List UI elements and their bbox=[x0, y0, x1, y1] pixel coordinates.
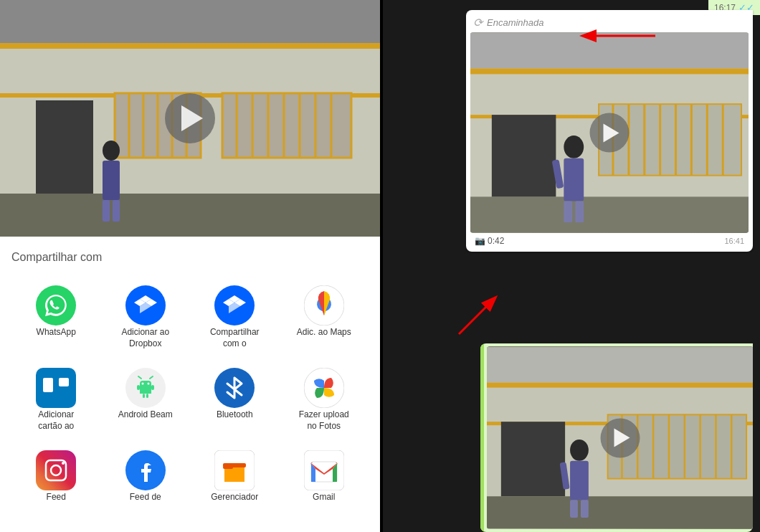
svg-rect-44 bbox=[146, 394, 148, 398]
gmail-icon bbox=[303, 449, 346, 492]
svg-rect-22 bbox=[103, 200, 110, 222]
files-icon bbox=[213, 449, 256, 492]
svg-rect-19 bbox=[0, 194, 380, 237]
app-gmail[interactable]: Gmail bbox=[280, 442, 369, 510]
app-facebook[interactable]: Feed de bbox=[101, 442, 191, 510]
play-button[interactable] bbox=[165, 93, 215, 143]
svg-rect-79 bbox=[564, 158, 584, 201]
instagram-icon bbox=[34, 449, 77, 492]
svg-rect-76 bbox=[492, 115, 556, 196]
app-files-label: Gerenciador bbox=[211, 492, 258, 503]
video-thumbnail-top[interactable] bbox=[470, 32, 749, 233]
svg-rect-23 bbox=[113, 200, 120, 222]
share-title: Compartilhar com bbox=[11, 251, 369, 264]
svg-rect-77 bbox=[470, 197, 749, 233]
app-bluetooth-label: Bluetooth bbox=[217, 409, 253, 421]
svg-line-105 bbox=[459, 298, 495, 334]
svg-rect-99 bbox=[487, 496, 753, 528]
play-triangle-top-icon bbox=[603, 123, 619, 142]
message-time-value: 16:41 bbox=[724, 237, 744, 245]
camera-icon: 📷 bbox=[475, 236, 485, 246]
photos-icon bbox=[303, 366, 346, 409]
app-trello-label: Adicionarcartão ao bbox=[38, 409, 74, 432]
video-duration: 📷 0:42 bbox=[475, 236, 504, 246]
svg-point-54 bbox=[62, 462, 65, 465]
app-instagram[interactable]: Feed bbox=[11, 442, 101, 510]
app-photos-label: Fazer uploadno Fotos bbox=[299, 409, 349, 432]
app-dropbox-add[interactable]: Adicionar aoDropbox bbox=[101, 277, 191, 356]
svg-rect-51 bbox=[36, 450, 76, 490]
svg-point-100 bbox=[570, 440, 589, 461]
video-thumbnail-bottom[interactable] bbox=[487, 346, 753, 529]
svg-rect-4 bbox=[36, 100, 93, 201]
app-trello[interactable]: Adicionarcartão ao bbox=[11, 359, 101, 439]
app-maps[interactable]: Adic. ao Maps bbox=[280, 277, 369, 356]
app-dropbox-add-label: Adicionar aoDropbox bbox=[121, 327, 169, 349]
svg-rect-98 bbox=[501, 422, 565, 496]
play-button-bottom[interactable] bbox=[601, 418, 640, 457]
svg-rect-41 bbox=[59, 378, 69, 386]
play-triangle-bottom-icon bbox=[614, 429, 630, 447]
share-section: Compartilhar com WhatsApp bbox=[0, 237, 380, 532]
dropbox-share-icon bbox=[213, 284, 256, 327]
play-button-top[interactable] bbox=[590, 113, 630, 153]
app-android-beam[interactable]: Android Beam bbox=[101, 359, 191, 439]
app-whatsapp-label: WhatsApp bbox=[37, 327, 76, 338]
svg-rect-2 bbox=[0, 43, 380, 49]
svg-rect-102 bbox=[570, 500, 578, 518]
svg-point-78 bbox=[564, 136, 584, 158]
red-arrow-1 bbox=[576, 25, 662, 49]
bluetooth-icon bbox=[213, 366, 256, 409]
second-message-bubble bbox=[480, 343, 753, 532]
video-preview[interactable] bbox=[0, 0, 380, 237]
trello-icon bbox=[34, 366, 77, 409]
svg-point-48 bbox=[147, 383, 149, 385]
app-whatsapp[interactable]: WhatsApp bbox=[11, 277, 101, 356]
whatsapp-icon bbox=[34, 284, 77, 327]
app-bluetooth[interactable]: Bluetooth bbox=[190, 359, 280, 439]
app-instagram-label: Feed bbox=[47, 492, 66, 503]
svg-rect-43 bbox=[143, 394, 145, 398]
maps-icon bbox=[303, 284, 346, 327]
svg-rect-21 bbox=[103, 161, 120, 200]
app-facebook-label: Feed de bbox=[130, 492, 161, 503]
svg-rect-45 bbox=[137, 385, 140, 390]
svg-rect-40 bbox=[43, 378, 53, 392]
app-gmail-label: Gmail bbox=[313, 492, 335, 503]
svg-rect-39 bbox=[36, 368, 76, 408]
svg-point-47 bbox=[141, 383, 143, 385]
svg-rect-65 bbox=[470, 68, 749, 74]
app-files[interactable]: Gerenciador bbox=[190, 442, 280, 510]
forwarded-text: Encaminhada bbox=[487, 17, 544, 28]
svg-rect-81 bbox=[575, 201, 584, 223]
message-footer-top: 📷 0:42 16:41 bbox=[470, 233, 749, 247]
dropbox-add-icon bbox=[124, 284, 167, 327]
android-beam-icon bbox=[124, 366, 167, 409]
green-border-accent bbox=[480, 343, 484, 532]
app-dropbox-share-label: Compartilharcom o bbox=[210, 327, 260, 349]
svg-rect-103 bbox=[581, 500, 589, 518]
svg-rect-101 bbox=[570, 461, 589, 500]
app-maps-label: Adic. ao Maps bbox=[297, 327, 351, 338]
svg-rect-80 bbox=[564, 201, 572, 223]
right-panel: 16:17 ✓✓ ⟳ Encaminhada bbox=[383, 0, 760, 532]
svg-point-20 bbox=[103, 141, 120, 161]
svg-rect-58 bbox=[223, 466, 233, 469]
play-triangle-icon bbox=[181, 105, 203, 131]
chat-background: 16:17 ✓✓ ⟳ Encaminhada bbox=[383, 0, 760, 532]
app-dropbox-share[interactable]: Compartilharcom o bbox=[190, 277, 280, 356]
apps-grid: WhatsApp Adicionar aoDropbox bbox=[11, 277, 369, 510]
forward-icon: ⟳ bbox=[473, 16, 483, 29]
red-arrow-2 bbox=[452, 284, 516, 344]
svg-rect-87 bbox=[487, 383, 753, 388]
svg-rect-46 bbox=[151, 385, 154, 390]
facebook-icon bbox=[124, 449, 167, 492]
left-panel: Compartilhar com WhatsApp bbox=[0, 0, 380, 532]
duration-value: 0:42 bbox=[488, 236, 504, 246]
app-android-beam-label: Android Beam bbox=[118, 409, 173, 421]
app-photos[interactable]: Fazer uploadno Fotos bbox=[280, 359, 369, 439]
